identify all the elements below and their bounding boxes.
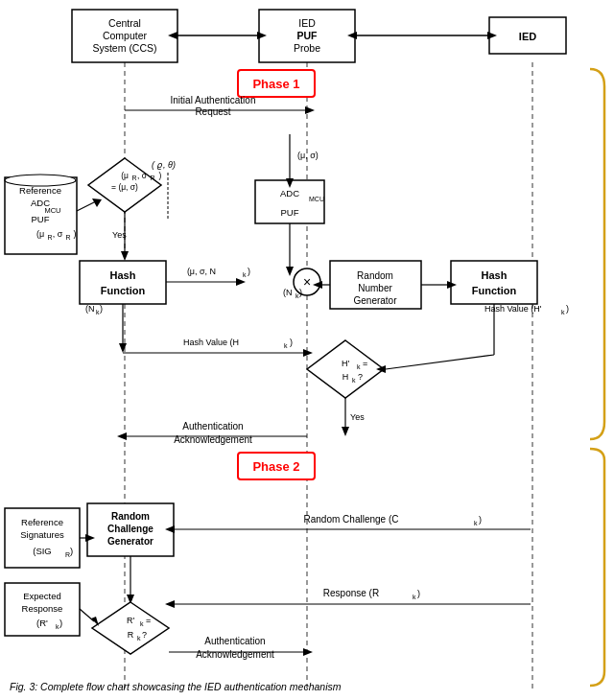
- svg-text:Authentication: Authentication: [182, 421, 243, 432]
- svg-text:Random Challenge (C: Random Challenge (C: [304, 514, 399, 525]
- svg-text:PUF: PUF: [297, 30, 319, 41]
- svg-text:Acknowledgement: Acknowledgement: [196, 649, 274, 660]
- svg-text:×: ×: [303, 274, 311, 290]
- svg-marker-22: [305, 106, 315, 114]
- svg-marker-158: [303, 648, 313, 656]
- svg-text:): ): [290, 338, 293, 347]
- svg-text:Yes: Yes: [350, 412, 365, 422]
- svg-text:=: =: [146, 616, 151, 625]
- svg-text:): ): [172, 160, 176, 170]
- svg-text:Reference: Reference: [21, 517, 63, 527]
- diagram-container: Central Computer System (CCS) IED PUF Pr…: [0, 0, 614, 700]
- svg-text:, σ: , σ: [53, 229, 63, 239]
- svg-marker-110: [342, 427, 349, 436]
- svg-text:System (CCS): System (CCS): [92, 42, 156, 54]
- svg-marker-60: [236, 278, 246, 286]
- svg-text:k: k: [413, 594, 416, 600]
- svg-text:): ): [159, 171, 162, 180]
- svg-rect-53: [80, 261, 166, 304]
- svg-text:Probe: Probe: [294, 42, 320, 54]
- svg-text:Computer: Computer: [103, 30, 148, 41]
- svg-text:Central: Central: [108, 17, 141, 29]
- svg-text:Signatures: Signatures: [20, 529, 64, 540]
- svg-text:ADC: ADC: [280, 188, 299, 198]
- svg-text:Expected: Expected: [23, 591, 61, 601]
- svg-text:?: ?: [142, 630, 147, 640]
- diagram-svg: Central Computer System (CCS) IED PUF Pr…: [0, 0, 614, 700]
- svg-text:(R': (R': [36, 618, 48, 628]
- svg-text:Hash: Hash: [110, 269, 136, 281]
- svg-text:?: ?: [358, 372, 363, 382]
- svg-text:Acknowledgement: Acknowledgement: [174, 434, 252, 445]
- svg-text:, θ: , θ: [163, 160, 173, 170]
- svg-text:Phase 2: Phase 2: [252, 459, 299, 474]
- svg-line-107: [386, 355, 494, 369]
- svg-marker-74: [286, 267, 294, 276]
- svg-text:MCU: MCU: [309, 196, 324, 202]
- svg-text:k: k: [137, 635, 141, 642]
- svg-text:=: =: [363, 359, 367, 368]
- svg-text:H': H': [342, 359, 349, 368]
- svg-text:Challenge: Challenge: [107, 524, 154, 534]
- svg-line-43: [77, 201, 96, 211]
- svg-text:): ): [59, 618, 62, 628]
- svg-text:(N: (N: [283, 288, 293, 297]
- svg-text:Hash: Hash: [482, 269, 508, 281]
- svg-text:Hash Value (H': Hash Value (H': [484, 304, 542, 314]
- svg-text:): ): [70, 546, 73, 556]
- svg-text:Authentication: Authentication: [204, 636, 265, 646]
- svg-text:Request: Request: [195, 106, 230, 117]
- svg-text:R': R': [127, 616, 134, 625]
- svg-text:k: k: [352, 377, 356, 384]
- svg-text:): ): [299, 288, 302, 297]
- svg-marker-113: [117, 432, 127, 440]
- svg-text:Response (R: Response (R: [323, 588, 379, 598]
- svg-marker-95: [303, 349, 313, 357]
- svg-text:Hash Value (H: Hash Value (H: [183, 338, 239, 347]
- svg-text:(SIG: (SIG: [33, 546, 52, 556]
- svg-text:Random: Random: [357, 270, 393, 281]
- svg-text:ϱ: ϱ: [156, 160, 163, 170]
- svg-text:, σ: , σ: [137, 171, 148, 180]
- svg-text:(: (: [152, 160, 155, 170]
- svg-text:): ): [100, 304, 103, 314]
- svg-marker-46: [121, 251, 129, 261]
- svg-marker-99: [307, 340, 384, 398]
- svg-text:k: k: [357, 363, 361, 370]
- svg-text:Yes: Yes: [112, 230, 127, 240]
- svg-text:H: H: [342, 372, 349, 382]
- svg-text:): ): [417, 589, 420, 598]
- svg-line-150: [80, 609, 94, 621]
- svg-marker-151: [91, 617, 99, 626]
- svg-marker-143: [92, 602, 169, 654]
- svg-text:k: k: [561, 309, 565, 315]
- svg-text:k: k: [140, 620, 144, 627]
- svg-text:): ): [479, 515, 482, 525]
- svg-text:PUF: PUF: [32, 214, 50, 224]
- svg-text:R: R: [150, 175, 154, 181]
- svg-text:k: k: [284, 342, 288, 349]
- svg-marker-93: [119, 343, 127, 353]
- svg-text:R: R: [65, 234, 70, 241]
- svg-text:k: k: [474, 520, 478, 526]
- svg-text:Reference: Reference: [19, 185, 61, 196]
- svg-text:Function: Function: [472, 285, 517, 296]
- svg-text:PUF: PUF: [281, 207, 299, 218]
- svg-text:(μ: (μ: [121, 171, 129, 180]
- svg-rect-84: [451, 261, 537, 304]
- svg-text:Random: Random: [111, 511, 150, 522]
- svg-text:): ): [248, 267, 250, 276]
- svg-text:R: R: [131, 175, 136, 181]
- svg-text:): ): [74, 229, 77, 239]
- svg-text:Number: Number: [358, 283, 392, 293]
- svg-text:k: k: [243, 271, 247, 278]
- svg-point-35: [5, 175, 76, 186]
- svg-text:Generator: Generator: [353, 295, 397, 306]
- svg-text:= (μ, σ): = (μ, σ): [111, 182, 138, 192]
- svg-text:(N: (N: [85, 304, 95, 314]
- svg-text:Response: Response: [22, 603, 63, 614]
- svg-text:Phase 1: Phase 1: [252, 77, 299, 91]
- svg-text:Generator: Generator: [107, 536, 154, 547]
- svg-text:(μ, σ, N: (μ, σ, N: [187, 267, 216, 276]
- svg-text:IED: IED: [298, 17, 316, 29]
